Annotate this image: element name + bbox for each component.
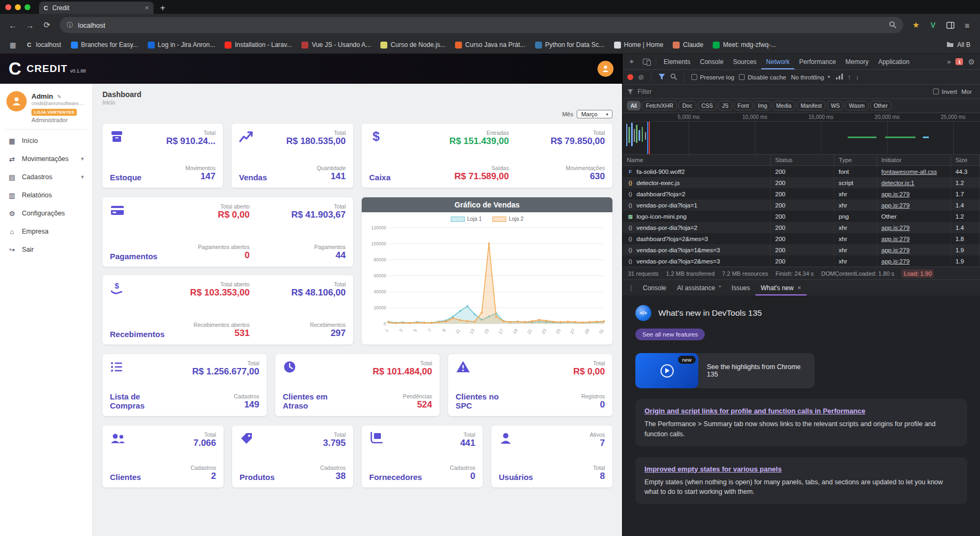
month-select[interactable]: Março ▾ xyxy=(577,110,612,118)
initiator-link[interactable]: app.js:279 xyxy=(881,225,910,231)
network-request-row[interactable]: {}dashboard?loja=2&mes=3200xhrapp.js:279… xyxy=(623,233,980,244)
window-close-button[interactable] xyxy=(5,4,11,10)
network-request-row[interactable]: {}detector-exec.js200scriptdetector.js:1… xyxy=(623,177,980,188)
bookmark-item[interactable]: Home | Home xyxy=(610,39,668,51)
devtools-settings-icon[interactable]: ⚙ xyxy=(968,58,975,66)
window-minimize-button[interactable] xyxy=(15,4,21,10)
user-avatar[interactable] xyxy=(6,91,27,111)
network-conditions-icon[interactable] xyxy=(836,74,843,81)
type-filter-media[interactable]: Media xyxy=(772,101,795,110)
network-request-row[interactable]: {}dashboard?loja=2200xhrapp.js:2791.7 xyxy=(623,188,980,199)
inspect-element-icon[interactable]: ⌖ xyxy=(625,55,639,68)
bookmark-item[interactable]: Meet: mdg-zfwq-... xyxy=(708,39,780,51)
bookmark-item[interactable]: Log in - Jira Anron... xyxy=(144,39,219,51)
initiator-link[interactable]: app.js:279 xyxy=(881,202,910,209)
bookmark-item[interactable]: Python for Data Sc... xyxy=(531,39,609,51)
column-header-size[interactable]: Size xyxy=(951,155,980,165)
sidebar-item-movimentacoes[interactable]: ⇄Movimentações▼ xyxy=(5,150,87,168)
video-thumbnail[interactable]: new xyxy=(635,353,698,388)
devtools-tab-performance[interactable]: Performance xyxy=(794,54,841,69)
bookmark-item[interactable]: Curso Java na Prát... xyxy=(451,39,530,51)
network-search-icon[interactable] xyxy=(670,73,677,81)
bookmark-item[interactable]: Clocalhost xyxy=(21,39,65,51)
export-har-icon[interactable]: ↓ xyxy=(856,74,859,81)
devtools-tab-sources[interactable]: Sources xyxy=(728,54,761,69)
type-filter-img[interactable]: Img xyxy=(754,101,771,110)
sidebar-item-relatorios[interactable]: ▥Relatórios xyxy=(5,186,87,204)
devtools-tab-console[interactable]: Console xyxy=(695,54,728,69)
device-toolbar-icon[interactable] xyxy=(639,55,653,68)
see-all-features-button[interactable]: See all new features xyxy=(635,329,705,340)
network-request-row[interactable]: {}vendas-por-dia?loja=1&mes=3200xhrapp.j… xyxy=(623,244,980,255)
column-header-name[interactable]: Name xyxy=(623,155,771,165)
reload-button[interactable]: ⟳ xyxy=(39,18,54,33)
sidebar-item-sair[interactable]: ↪Sair xyxy=(5,241,87,259)
column-header-status[interactable]: Status xyxy=(771,155,834,165)
initiator-link[interactable]: detector.js:1 xyxy=(881,180,914,186)
drawer-tab-console[interactable]: Console xyxy=(638,280,672,295)
type-filter-ws[interactable]: WS xyxy=(827,101,843,110)
drawer-tab-issues[interactable]: Issues xyxy=(726,280,755,295)
network-request-row[interactable]: ▨logo-icon-mini.png200pngOther1.2 xyxy=(623,211,980,222)
filter-input[interactable]: Filter xyxy=(638,88,929,95)
filter-toggle-icon[interactable] xyxy=(658,74,665,81)
initiator-link[interactable]: fontawesome-all.css xyxy=(881,169,937,175)
drawer-tab-close-icon[interactable]: × xyxy=(798,284,801,292)
article-title-link[interactable]: Origin and script links for profile and … xyxy=(644,407,865,415)
more-filters-button[interactable]: Mor xyxy=(961,89,975,95)
invert-checkbox[interactable]: Invert xyxy=(933,89,957,95)
type-filter-manifest[interactable]: Manifest xyxy=(797,101,826,110)
record-network-log-button[interactable] xyxy=(627,74,633,80)
initiator-link[interactable]: app.js:279 xyxy=(881,247,910,253)
apps-grid-icon[interactable]: ▦ xyxy=(5,41,20,49)
bookmark-item[interactable]: Branches for Easy... xyxy=(67,39,142,51)
type-filter-css[interactable]: CSS xyxy=(698,101,717,110)
type-filter-doc[interactable]: Doc xyxy=(679,101,696,110)
edit-profile-icon[interactable]: ✎ xyxy=(57,94,61,100)
network-request-row[interactable]: Ffa-solid-900.woff2200fontfontawesome-al… xyxy=(623,166,980,177)
devtools-tab-memory[interactable]: Memory xyxy=(841,54,873,69)
bookmark-item[interactable]: Claude xyxy=(668,39,707,51)
new-tab-button[interactable]: + xyxy=(154,2,172,14)
drawer-tab-ai-assistance[interactable]: AI assistance* xyxy=(672,280,726,295)
import-har-icon[interactable]: ↑ xyxy=(848,74,851,81)
type-filter-fetchxhr[interactable]: Fetch/XHR xyxy=(642,101,677,110)
initiator-link[interactable]: app.js:279 xyxy=(881,236,910,242)
all-bookmarks-button[interactable]: All B xyxy=(942,39,975,51)
initiator-link[interactable]: app.js:279 xyxy=(881,191,910,197)
more-tabs-icon[interactable]: » xyxy=(947,58,951,66)
site-info-icon[interactable]: ⓘ xyxy=(67,21,73,30)
network-request-row[interactable]: {}vendas-por-dia?loja=2200xhrapp.js:2791… xyxy=(623,222,980,233)
devtools-tab-application[interactable]: Application xyxy=(873,54,914,69)
bookmark-item[interactable]: Installation - Larav... xyxy=(220,39,296,51)
column-header-type[interactable]: Type xyxy=(834,155,877,165)
search-icon[interactable] xyxy=(889,21,896,30)
window-zoom-button[interactable] xyxy=(25,4,30,10)
forward-button[interactable]: → xyxy=(22,18,37,33)
type-filter-other[interactable]: Other xyxy=(870,101,891,110)
type-filter-font[interactable]: Font xyxy=(734,101,753,110)
article-title-link[interactable]: Improved empty states for various panels xyxy=(644,465,782,473)
bookmark-item[interactable]: Vue JS - Usando A... xyxy=(297,39,375,51)
sidebar-item-inicio[interactable]: ▦Início xyxy=(5,132,87,150)
url-bar[interactable]: ⓘ localhost xyxy=(60,17,903,33)
network-request-row[interactable]: {}vendas-por-dia?loja=1200xhrapp.js:2791… xyxy=(623,199,980,211)
browser-tab[interactable]: C Credit × xyxy=(39,2,154,14)
bookmark-item[interactable]: Curso de Node.js... xyxy=(376,39,450,51)
browser-menu-icon[interactable]: ≡ xyxy=(960,18,975,33)
vue-extension-icon[interactable]: V xyxy=(926,18,941,33)
type-filter-js[interactable]: JS xyxy=(718,101,732,110)
column-header-initiator[interactable]: Initiator xyxy=(877,155,951,165)
type-filter-wasm[interactable]: Wasm xyxy=(845,101,868,110)
sidebar-item-configuracoes[interactable]: ⚙Configurações xyxy=(5,204,87,222)
devtools-tab-elements[interactable]: Elements xyxy=(659,54,695,69)
network-request-row[interactable]: {}vendas-por-dia?loja=2&mes=3200xhrapp.j… xyxy=(623,255,980,267)
type-filter-all[interactable]: All xyxy=(627,101,641,110)
devtools-tab-network[interactable]: Network xyxy=(761,54,794,69)
error-count-badge[interactable]: 1 xyxy=(955,58,963,65)
clear-network-log-icon[interactable]: ⊘ xyxy=(638,73,644,81)
highlight-video-card[interactable]: new See the highlights from Chrome 135 xyxy=(635,353,815,388)
header-avatar[interactable] xyxy=(597,61,614,77)
sidebar-item-empresa[interactable]: ⌂Empresa xyxy=(5,222,87,241)
side-panel-icon[interactable] xyxy=(943,18,958,33)
